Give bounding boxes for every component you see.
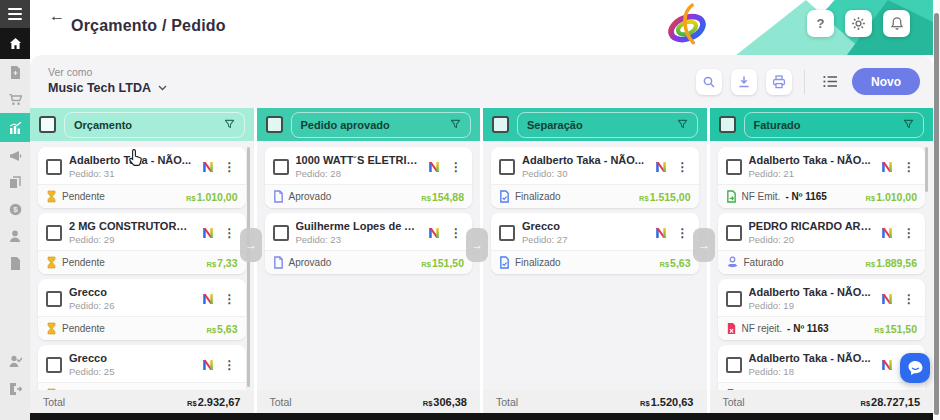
card-checkbox[interactable] [499,225,515,241]
amount: 28.727,15 [871,396,920,408]
scroll-right-arrow[interactable]: → [693,228,715,262]
channel-n-icon [880,226,894,240]
logout-icon[interactable] [0,375,30,402]
view-as-selector[interactable]: Ver como Music Tech LTDA [48,66,167,95]
column-title-pill[interactable]: Faturado [744,112,925,138]
currency-symbol: R$ [421,194,431,203]
card-menu-button[interactable]: ⋮ [675,226,691,240]
sales-dashboard-icon[interactable] [0,113,30,142]
card-menu-button[interactable]: ⋮ [448,160,464,174]
card-checkbox[interactable] [46,357,62,373]
status-label: Finalizado [515,257,561,268]
column-body: Adalberto Taka - NÃO...Pedido: 21⋮NF Emi… [710,141,934,390]
order-card[interactable]: Adalberto Taka - NÃO...Pedido: 19⋮NF rej… [718,279,926,340]
back-button[interactable]: ← [49,7,65,25]
card-menu-button[interactable]: ⋮ [901,226,917,240]
column-total: TotalR$2.932,67 [30,390,254,413]
card-checkbox[interactable] [726,291,742,307]
user-check-icon[interactable] [0,348,30,375]
card-checkbox[interactable] [499,159,515,175]
search-icon[interactable] [696,69,722,95]
column-scrollbar[interactable] [925,147,928,192]
order-card[interactable]: GreccoPedido: 27⋮FinalizadoR$5,63 [491,213,699,274]
card-menu-button[interactable]: ⋮ [448,226,464,240]
column-total: TotalR$1.520,63 [483,390,707,413]
column-title-pill[interactable]: Pedido aprovado [291,112,472,138]
chat-bubble-icon[interactable] [900,353,930,383]
filter-icon[interactable] [677,119,688,130]
column-select-checkbox[interactable] [266,116,283,133]
card-checkbox[interactable] [46,159,62,175]
card-checkbox[interactable] [273,225,289,241]
card-order-number: Pedido: 18 [749,366,874,377]
page-scrollbar[interactable] [933,0,940,420]
order-card[interactable]: 1000 WATT´S ELETRICA...Pedido: 28⋮Aprova… [265,147,473,208]
card-checkbox[interactable] [46,291,62,307]
order-card[interactable]: Adalberto Taka - NÃO...Pedido: 18⋮NF rej… [718,345,926,390]
cart-icon[interactable] [0,86,30,113]
money-icon[interactable]: $ [0,196,30,223]
total-value: R$2.932,67 [187,396,240,408]
card-checkbox[interactable] [726,225,742,241]
card-menu-button[interactable]: ⋮ [901,160,917,174]
total-value: R$28.727,15 [860,396,920,408]
card-menu-button[interactable]: ⋮ [222,160,238,174]
status-label: Aprovado [289,257,332,268]
card-menu-button[interactable]: ⋮ [222,292,238,306]
column-select-checkbox[interactable] [39,116,56,133]
settings-icon[interactable] [845,10,872,37]
column-select-checkbox[interactable] [719,116,736,133]
toolbar-divider [804,70,805,94]
card-menu-button[interactable]: ⋮ [222,358,238,372]
column-scrollbar[interactable] [247,147,250,387]
print-icon[interactable] [766,69,792,95]
card-checkbox[interactable] [726,357,742,373]
status-label: NF Emit. [742,191,781,202]
card-menu-button[interactable]: ⋮ [901,292,917,306]
card-order-number: Pedido: 27 [522,234,647,245]
card-checkbox[interactable] [46,225,62,241]
order-card[interactable]: Adalberto Taka - NÃO...Pedido: 30⋮Finali… [491,147,699,208]
card-checkbox[interactable] [726,159,742,175]
menu-icon[interactable] [0,0,30,28]
list-view-icon[interactable] [817,69,843,95]
order-card[interactable]: GreccoPedido: 25⋮PendenteR$5,63 [38,345,246,390]
scroll-right-arrow[interactable]: → [466,228,488,262]
column-header: Orçamento [30,108,254,141]
order-card[interactable]: Adalberto Taka - NÃO...Pedido: 21⋮NF Emi… [718,147,926,208]
top-action-buttons: ? [807,10,910,37]
card-checkbox[interactable] [273,159,289,175]
column-title-pill[interactable]: Separação [517,112,698,138]
column-header: Faturado [710,108,934,141]
new-order-button[interactable]: Novo [852,68,920,95]
document-icon[interactable] [0,250,30,277]
card-title: 1000 WATT´S ELETRICA... [296,154,421,166]
copy-icon[interactable] [0,169,30,196]
card-menu-button[interactable]: ⋮ [675,160,691,174]
card-order-number: Pedido: 26 [69,300,194,311]
card-menu-button[interactable]: ⋮ [222,226,238,240]
order-card[interactable]: PEDRO RICARDO AREIAS...Pedido: 20⋮Fatura… [718,213,926,274]
order-card[interactable]: GreccoPedido: 26⋮PendenteR$5,63 [38,279,246,340]
card-value: R$7,33 [206,257,237,269]
filter-icon[interactable] [450,119,461,130]
card-order-number: Pedido: 30 [522,168,647,179]
currency-symbol: R$ [659,260,669,269]
megaphone-icon[interactable] [0,142,30,169]
scroll-right-arrow[interactable]: → [240,228,262,262]
notifications-icon[interactable] [883,10,910,37]
new-invoice-icon[interactable] [0,59,30,86]
status-label: Finalizado [515,191,561,202]
help-icon[interactable]: ? [807,10,834,37]
filter-icon[interactable] [903,119,914,130]
download-icon[interactable] [731,69,757,95]
order-card[interactable]: Adalberto Taka - NÃO...Pedido: 31⋮Penden… [38,147,246,208]
order-card[interactable]: Guilherme Lopes de A...Pedido: 23⋮Aprova… [265,213,473,274]
user-icon[interactable] [0,223,30,250]
home-icon[interactable] [0,28,30,59]
total-label: Total [43,396,65,408]
filter-icon[interactable] [224,119,235,130]
column-select-checkbox[interactable] [492,116,509,133]
order-card[interactable]: 2 MG CONSTRUTORA LTD...Pedido: 29⋮Penden… [38,213,246,274]
column-title-pill[interactable]: Orçamento [64,112,245,138]
